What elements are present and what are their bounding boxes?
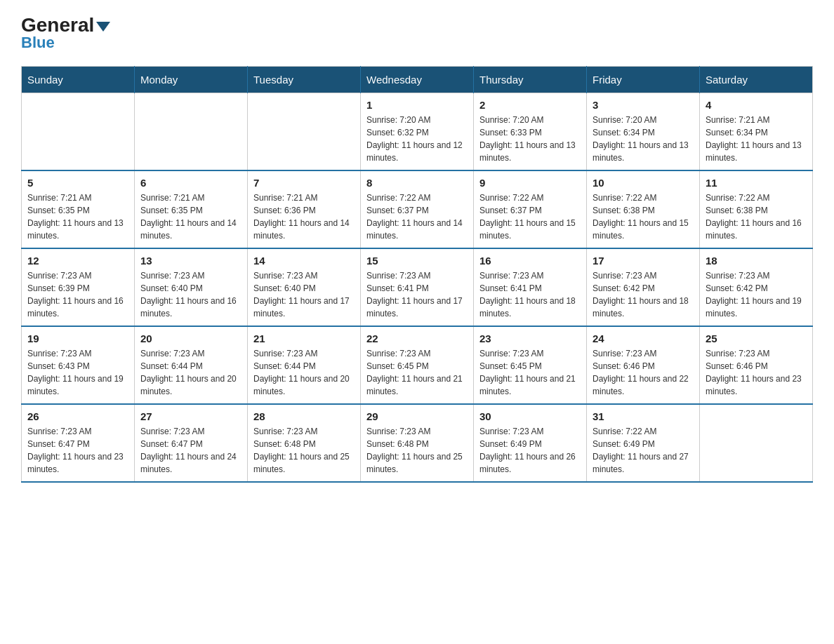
- calendar-week-row: 5Sunrise: 7:21 AMSunset: 6:35 PMDaylight…: [22, 170, 813, 248]
- day-number: 1: [366, 99, 468, 111]
- day-info: Sunrise: 7:23 AMSunset: 6:49 PMDaylight:…: [479, 425, 581, 476]
- calendar-day-cell: 21Sunrise: 7:23 AMSunset: 6:44 PMDayligh…: [248, 326, 361, 404]
- day-info: Sunrise: 7:23 AMSunset: 6:47 PMDaylight:…: [27, 425, 128, 476]
- day-info: Sunrise: 7:23 AMSunset: 6:40 PMDaylight:…: [140, 269, 241, 320]
- day-number: 22: [366, 333, 468, 344]
- calendar-day-cell: 16Sunrise: 7:23 AMSunset: 6:41 PMDayligh…: [474, 248, 587, 326]
- day-number: 20: [140, 333, 241, 344]
- calendar-day-cell: 5Sunrise: 7:21 AMSunset: 6:35 PMDaylight…: [22, 170, 135, 248]
- day-info: Sunrise: 7:23 AMSunset: 6:46 PMDaylight:…: [593, 347, 694, 398]
- calendar-day-cell: 28Sunrise: 7:23 AMSunset: 6:48 PMDayligh…: [248, 404, 361, 482]
- day-info: Sunrise: 7:23 AMSunset: 6:47 PMDaylight:…: [140, 425, 241, 476]
- day-number: 3: [593, 99, 694, 111]
- calendar-day-cell: 14Sunrise: 7:23 AMSunset: 6:40 PMDayligh…: [248, 248, 361, 326]
- day-number: 16: [479, 255, 581, 267]
- calendar-day-cell: 9Sunrise: 7:22 AMSunset: 6:37 PMDaylight…: [474, 170, 587, 248]
- calendar-day-cell: 8Sunrise: 7:22 AMSunset: 6:37 PMDaylight…: [361, 170, 474, 248]
- calendar-day-cell: 25Sunrise: 7:23 AMSunset: 6:46 PMDayligh…: [700, 326, 813, 404]
- day-number: 18: [706, 255, 807, 267]
- calendar-week-row: 19Sunrise: 7:23 AMSunset: 6:43 PMDayligh…: [22, 326, 813, 404]
- day-number: 15: [366, 255, 468, 267]
- calendar-table: SundayMondayTuesdayWednesdayThursdayFrid…: [21, 66, 813, 483]
- day-info: Sunrise: 7:22 AMSunset: 6:49 PMDaylight:…: [593, 425, 694, 476]
- day-info: Sunrise: 7:23 AMSunset: 6:44 PMDaylight:…: [140, 347, 241, 398]
- calendar-day-cell: [135, 93, 248, 171]
- day-number: 21: [253, 333, 355, 344]
- calendar-day-cell: [248, 93, 361, 171]
- day-number: 7: [253, 177, 355, 189]
- calendar-day-cell: 2Sunrise: 7:20 AMSunset: 6:33 PMDaylight…: [474, 93, 587, 171]
- day-number: 28: [253, 410, 355, 422]
- calendar-day-cell: 27Sunrise: 7:23 AMSunset: 6:47 PMDayligh…: [135, 404, 248, 482]
- header: General Blue: [21, 14, 813, 52]
- day-info: Sunrise: 7:20 AMSunset: 6:32 PMDaylight:…: [366, 114, 468, 164]
- day-number: 13: [140, 255, 241, 267]
- calendar-day-cell: 17Sunrise: 7:23 AMSunset: 6:42 PMDayligh…: [587, 248, 700, 326]
- day-info: Sunrise: 7:21 AMSunset: 6:34 PMDaylight:…: [706, 114, 807, 164]
- day-of-week-header: Thursday: [474, 67, 587, 93]
- day-number: 6: [140, 177, 241, 189]
- day-number: 12: [27, 255, 128, 267]
- calendar-day-cell: 19Sunrise: 7:23 AMSunset: 6:43 PMDayligh…: [22, 326, 135, 404]
- calendar-day-cell: 11Sunrise: 7:22 AMSunset: 6:38 PMDayligh…: [700, 170, 813, 248]
- calendar-day-cell: 6Sunrise: 7:21 AMSunset: 6:35 PMDaylight…: [135, 170, 248, 248]
- day-of-week-header: Tuesday: [248, 67, 361, 93]
- day-info: Sunrise: 7:23 AMSunset: 6:42 PMDaylight:…: [706, 269, 807, 320]
- day-of-week-header: Friday: [587, 67, 700, 93]
- calendar-day-cell: 23Sunrise: 7:23 AMSunset: 6:45 PMDayligh…: [474, 326, 587, 404]
- day-of-week-header: Monday: [135, 67, 248, 93]
- calendar-day-cell: 30Sunrise: 7:23 AMSunset: 6:49 PMDayligh…: [474, 404, 587, 482]
- day-number: 17: [593, 255, 694, 267]
- day-info: Sunrise: 7:23 AMSunset: 6:45 PMDaylight:…: [479, 347, 581, 398]
- calendar-week-row: 12Sunrise: 7:23 AMSunset: 6:39 PMDayligh…: [22, 248, 813, 326]
- day-number: 9: [479, 177, 581, 189]
- day-number: 26: [27, 410, 128, 422]
- day-number: 10: [593, 177, 694, 189]
- day-info: Sunrise: 7:22 AMSunset: 6:38 PMDaylight:…: [593, 192, 694, 242]
- calendar-day-cell: 20Sunrise: 7:23 AMSunset: 6:44 PMDayligh…: [135, 326, 248, 404]
- calendar-day-cell: 1Sunrise: 7:20 AMSunset: 6:32 PMDaylight…: [361, 93, 474, 171]
- calendar-day-cell: 12Sunrise: 7:23 AMSunset: 6:39 PMDayligh…: [22, 248, 135, 326]
- day-info: Sunrise: 7:23 AMSunset: 6:46 PMDaylight:…: [706, 347, 807, 398]
- day-info: Sunrise: 7:23 AMSunset: 6:43 PMDaylight:…: [27, 347, 128, 398]
- calendar-day-cell: [22, 93, 135, 171]
- day-number: 31: [593, 410, 694, 422]
- calendar-week-row: 26Sunrise: 7:23 AMSunset: 6:47 PMDayligh…: [22, 404, 813, 482]
- day-info: Sunrise: 7:23 AMSunset: 6:40 PMDaylight:…: [253, 269, 355, 320]
- day-number: 19: [27, 333, 128, 344]
- calendar-day-cell: 15Sunrise: 7:23 AMSunset: 6:41 PMDayligh…: [361, 248, 474, 326]
- calendar-day-cell: 18Sunrise: 7:23 AMSunset: 6:42 PMDayligh…: [700, 248, 813, 326]
- calendar-week-row: 1Sunrise: 7:20 AMSunset: 6:32 PMDaylight…: [22, 93, 813, 171]
- day-number: 23: [479, 333, 581, 344]
- calendar-day-cell: 4Sunrise: 7:21 AMSunset: 6:34 PMDaylight…: [700, 93, 813, 171]
- day-number: 5: [27, 177, 128, 189]
- calendar-day-cell: 29Sunrise: 7:23 AMSunset: 6:48 PMDayligh…: [361, 404, 474, 482]
- day-info: Sunrise: 7:23 AMSunset: 6:44 PMDaylight:…: [253, 347, 355, 398]
- logo-arrow-icon: [96, 22, 110, 32]
- day-info: Sunrise: 7:20 AMSunset: 6:34 PMDaylight:…: [593, 114, 694, 164]
- day-number: 27: [140, 410, 241, 422]
- calendar-day-cell: 7Sunrise: 7:21 AMSunset: 6:36 PMDaylight…: [248, 170, 361, 248]
- day-number: 29: [366, 410, 468, 422]
- day-info: Sunrise: 7:23 AMSunset: 6:45 PMDaylight:…: [366, 347, 468, 398]
- day-of-week-header: Sunday: [22, 67, 135, 93]
- day-info: Sunrise: 7:22 AMSunset: 6:37 PMDaylight:…: [366, 192, 468, 242]
- logo-blue-text: Blue: [21, 34, 55, 52]
- calendar-day-cell: 3Sunrise: 7:20 AMSunset: 6:34 PMDaylight…: [587, 93, 700, 171]
- calendar-day-cell: 24Sunrise: 7:23 AMSunset: 6:46 PMDayligh…: [587, 326, 700, 404]
- calendar-header-row: SundayMondayTuesdayWednesdayThursdayFrid…: [22, 67, 813, 93]
- day-number: 14: [253, 255, 355, 267]
- day-info: Sunrise: 7:23 AMSunset: 6:48 PMDaylight:…: [253, 425, 355, 476]
- day-of-week-header: Saturday: [700, 67, 813, 93]
- day-info: Sunrise: 7:21 AMSunset: 6:36 PMDaylight:…: [253, 192, 355, 242]
- day-info: Sunrise: 7:23 AMSunset: 6:41 PMDaylight:…: [366, 269, 468, 320]
- day-of-week-header: Wednesday: [361, 67, 474, 93]
- day-number: 25: [706, 333, 807, 344]
- day-info: Sunrise: 7:23 AMSunset: 6:48 PMDaylight:…: [366, 425, 468, 476]
- logo: General Blue: [21, 14, 110, 52]
- day-info: Sunrise: 7:23 AMSunset: 6:42 PMDaylight:…: [593, 269, 694, 320]
- day-number: 24: [593, 333, 694, 344]
- day-info: Sunrise: 7:23 AMSunset: 6:41 PMDaylight:…: [479, 269, 581, 320]
- calendar-day-cell: [700, 404, 813, 482]
- calendar-day-cell: 13Sunrise: 7:23 AMSunset: 6:40 PMDayligh…: [135, 248, 248, 326]
